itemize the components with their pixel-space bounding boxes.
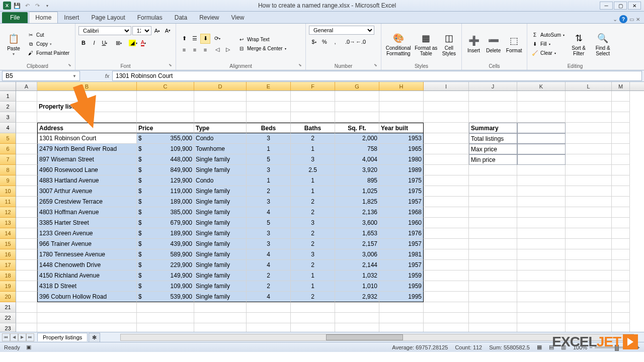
cell[interactable] — [16, 123, 37, 133]
cell[interactable] — [566, 228, 612, 239]
merge-center-button[interactable]: ⊟Merge & Center ▾ — [237, 45, 287, 53]
cell[interactable] — [612, 154, 630, 165]
row-header[interactable]: 9 — [0, 175, 16, 186]
cell[interactable] — [424, 123, 469, 133]
align-top-icon[interactable]: ⬆ — [179, 34, 189, 44]
cell[interactable] — [517, 260, 566, 270]
cell[interactable] — [469, 323, 517, 332]
cell[interactable]: Single family — [194, 207, 247, 218]
cell[interactable] — [291, 102, 335, 112]
cell[interactable]: 5 — [247, 218, 291, 228]
column-header[interactable]: A — [16, 82, 37, 90]
cell[interactable] — [247, 112, 291, 123]
cell[interactable] — [379, 313, 424, 323]
cell[interactable] — [566, 197, 612, 207]
cell[interactable] — [566, 207, 612, 218]
font-name-select[interactable]: Calibri — [78, 26, 131, 35]
cell[interactable] — [612, 123, 630, 133]
cell[interactable] — [612, 133, 630, 144]
italic-button[interactable]: I — [89, 38, 99, 48]
cell[interactable] — [16, 260, 37, 270]
underline-button[interactable]: U▾ — [100, 38, 110, 48]
data-tab[interactable]: Data — [169, 12, 193, 23]
indent-decrease-icon[interactable]: ◁ — [212, 45, 222, 55]
cell[interactable]: 2659 Crestview Terrace — [37, 197, 137, 207]
cell[interactable] — [137, 91, 194, 102]
minimize-ribbon-icon[interactable]: ⌄ — [613, 16, 617, 23]
cell[interactable] — [566, 270, 612, 281]
cell[interactable] — [566, 313, 612, 323]
cell[interactable] — [612, 102, 630, 112]
comma-icon[interactable]: , — [330, 37, 340, 47]
cell[interactable] — [517, 133, 566, 144]
cell[interactable] — [424, 112, 469, 123]
cell-price[interactable]: $385,000 — [137, 207, 194, 218]
cell[interactable]: 1975 — [379, 186, 424, 197]
cell[interactable] — [469, 292, 517, 302]
cell[interactable] — [335, 112, 379, 123]
cell[interactable] — [16, 323, 37, 332]
cell[interactable] — [37, 91, 137, 102]
cell-price[interactable]: $355,000 — [137, 133, 194, 144]
cell[interactable] — [424, 323, 469, 332]
font-size-select[interactable]: 12 — [132, 26, 151, 35]
cell[interactable]: 2 — [291, 207, 335, 218]
row-header[interactable]: 6 — [0, 144, 16, 154]
cell[interactable]: 2 — [247, 270, 291, 281]
cell[interactable] — [517, 218, 566, 228]
cell[interactable] — [424, 165, 469, 175]
cell[interactable] — [37, 112, 137, 123]
cell[interactable] — [194, 102, 247, 112]
cell[interactable] — [517, 228, 566, 239]
cell[interactable]: Year built — [379, 123, 424, 133]
namebox-dropdown-icon[interactable]: ▼ — [72, 74, 76, 78]
cell[interactable] — [247, 323, 291, 332]
column-header[interactable]: L — [566, 82, 612, 90]
cell[interactable]: 2,932 — [335, 292, 379, 302]
align-bottom-icon[interactable]: ⬇ — [200, 34, 210, 44]
cell[interactable] — [469, 102, 517, 112]
sort-filter-button[interactable]: ⇅Sort & Filter — [568, 26, 590, 62]
cell[interactable] — [517, 292, 566, 302]
select-all-corner[interactable] — [0, 82, 16, 90]
cell[interactable]: Single family — [194, 186, 247, 197]
cell[interactable]: 1,010 — [335, 281, 379, 292]
font-color-button[interactable]: A▾ — [138, 38, 148, 48]
formula-input[interactable]: 1301 Robinson Court — [112, 71, 642, 81]
cell[interactable] — [566, 292, 612, 302]
cell[interactable]: 3 — [247, 165, 291, 175]
cell[interactable]: Max price — [469, 144, 517, 154]
cell[interactable] — [424, 313, 469, 323]
window-close-inner-icon[interactable]: ✕ — [636, 17, 640, 22]
bold-button[interactable]: B — [78, 38, 89, 48]
row-header[interactable]: 11 — [0, 197, 16, 207]
row-header[interactable]: 2 — [0, 102, 16, 112]
row-header[interactable]: 5 — [0, 133, 16, 144]
column-header[interactable]: M — [612, 82, 630, 90]
cell[interactable] — [612, 165, 630, 175]
cell[interactable]: 3 — [291, 218, 335, 228]
column-header[interactable]: D — [194, 82, 247, 90]
cell[interactable] — [379, 323, 424, 332]
cell[interactable] — [16, 313, 37, 323]
column-header[interactable]: K — [517, 82, 566, 90]
cell[interactable]: 3007 Arthur Avenue — [37, 186, 137, 197]
clipboard-launcher-icon[interactable]: ⬊ — [67, 63, 72, 68]
cell[interactable]: 1 — [291, 186, 335, 197]
cell[interactable] — [379, 112, 424, 123]
cell[interactable]: Single family — [194, 218, 247, 228]
find-select-button[interactable]: 🔍Find & Select — [592, 26, 614, 62]
cell[interactable] — [16, 239, 37, 249]
cell-price[interactable]: $109,900 — [137, 144, 194, 154]
cell[interactable] — [566, 133, 612, 144]
orientation-icon[interactable]: ⟳▾ — [212, 34, 222, 44]
cell[interactable]: 3385 Harter Street — [37, 218, 137, 228]
cell[interactable] — [517, 239, 566, 249]
column-header[interactable]: H — [379, 82, 424, 90]
cell[interactable]: 1 — [247, 175, 291, 186]
cell[interactable] — [517, 175, 566, 186]
row-header[interactable]: 18 — [0, 270, 16, 281]
row-header[interactable]: 17 — [0, 260, 16, 270]
cell[interactable] — [612, 218, 630, 228]
cell[interactable] — [612, 313, 630, 323]
